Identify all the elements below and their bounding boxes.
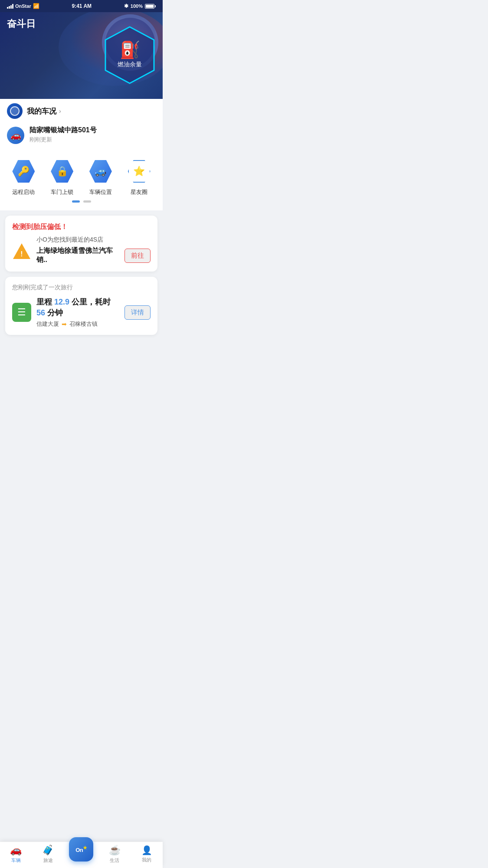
remote-start-icon: 🔑 bbox=[18, 166, 29, 177]
vehicle-status-label: 我的车况 bbox=[27, 106, 56, 116]
trip-body: ☰ 里程 12.9 公里，耗时 56 分钟 信建大厦 ➡ 召稼楼古镇 详情 bbox=[12, 297, 151, 328]
action-door-lock-label: 车门上锁 bbox=[51, 188, 73, 196]
door-lock-icon: 🔒 bbox=[56, 166, 68, 177]
dot-1 bbox=[72, 200, 80, 203]
distance-prefix: 里程 bbox=[36, 298, 54, 306]
action-remote-start[interactable]: 🔑 远程启动 bbox=[8, 159, 39, 196]
trip-detail-button[interactable]: 详情 bbox=[124, 305, 151, 320]
alert-sub-text: 小O为您找到最近的4S店 bbox=[36, 236, 151, 244]
alert-shop-row: 上海绿地徐通雪佛兰汽车销.. 前往 bbox=[36, 246, 151, 265]
vehicle-location-icon: 🚙 bbox=[95, 166, 106, 177]
battery-percent: 100% bbox=[131, 3, 143, 9]
car-icon: 🚗 bbox=[10, 130, 21, 141]
action-star-circle[interactable]: ⭐ 星友圈 bbox=[124, 159, 154, 196]
trip-text-block: 里程 12.9 公里，耗时 56 分钟 信建大厦 ➡ 召稼楼古镇 bbox=[36, 297, 119, 328]
hero-header: ⛽ 燃油余量 奋斗日 bbox=[0, 12, 163, 99]
alert-body: ! 小O为您找到最近的4S店 上海绿地徐通雪佛兰汽车销.. 前往 bbox=[12, 236, 151, 265]
chevron-right-icon: › bbox=[59, 108, 61, 115]
status-right: ✱ 100% bbox=[124, 3, 156, 9]
alert-shop-name: 上海绿地徐通雪佛兰汽车销.. bbox=[36, 246, 121, 265]
trip-stats: 里程 12.9 公里，耗时 56 分钟 bbox=[36, 297, 119, 318]
alert-title: 检测到胎压偏低！ bbox=[12, 223, 151, 232]
star-circle-icon: ⭐ bbox=[133, 166, 145, 177]
status-bar: OnStar 📶 9:41 AM ✱ 100% bbox=[0, 0, 163, 12]
location-row: 🚗 陆家嘴银城中路501号 刚刚更新 bbox=[0, 121, 163, 150]
trip-to: 召稼楼古镇 bbox=[69, 320, 98, 328]
signal-icon bbox=[7, 3, 13, 9]
fuel-pump-icon: ⛽ bbox=[120, 42, 140, 58]
trip-from: 信建大厦 bbox=[36, 320, 59, 328]
trip-header: 您刚刚完成了一次旅行 bbox=[12, 284, 151, 292]
quick-actions-row: 🔑 远程启动 🔒 车门上锁 🚙 车辆位置 bbox=[0, 159, 163, 196]
action-door-lock[interactable]: 🔒 车门上锁 bbox=[47, 159, 77, 196]
alert-card: 检测到胎压偏低！ ! 小O为您找到最近的4S店 上海绿地徐通雪佛兰汽车销.. 前… bbox=[5, 216, 157, 272]
location-update-time: 刚刚更新 bbox=[29, 136, 97, 144]
vehicle-status-row[interactable]: 我的车况 › bbox=[27, 106, 61, 116]
battery-icon bbox=[145, 4, 156, 9]
trip-icon: ☰ bbox=[12, 303, 31, 322]
vehicle-status-section[interactable]: 我的车况 › bbox=[0, 99, 163, 121]
dot-2 bbox=[83, 200, 91, 203]
cards-section: 检测到胎压偏低！ ! 小O为您找到最近的4S店 上海绿地徐通雪佛兰汽车销.. 前… bbox=[0, 210, 163, 340]
trip-duration-val: 56 bbox=[36, 308, 45, 317]
pagination-dots bbox=[0, 196, 163, 204]
trip-card: 您刚刚完成了一次旅行 ☰ 里程 12.9 公里，耗时 56 分钟 信建大厦 ➡ … bbox=[5, 277, 157, 335]
action-remote-start-label: 远程启动 bbox=[12, 188, 35, 196]
trip-route: 信建大厦 ➡ 召稼楼古镇 bbox=[36, 320, 119, 328]
location-address: 陆家嘴银城中路501号 bbox=[29, 126, 97, 135]
action-vehicle-location-label: 车辆位置 bbox=[89, 188, 112, 196]
buick-logo-icon bbox=[7, 103, 23, 119]
carrier-label: OnStar bbox=[15, 3, 31, 9]
location-block: 陆家嘴银城中路501号 刚刚更新 bbox=[29, 126, 97, 144]
alert-goto-button[interactable]: 前往 bbox=[124, 249, 151, 263]
trip-icon-symbol: ☰ bbox=[17, 307, 26, 318]
quick-actions-section: 🔑 远程启动 🔒 车门上锁 🚙 车辆位置 bbox=[0, 150, 163, 210]
page-title: 奋斗日 bbox=[7, 17, 36, 30]
wifi-icon: 📶 bbox=[33, 3, 39, 9]
alert-text-block: 小O为您找到最近的4S店 上海绿地徐通雪佛兰汽车销.. 前往 bbox=[36, 236, 151, 265]
trip-distance-val: 12.9 bbox=[54, 298, 69, 306]
action-vehicle-location[interactable]: 🚙 车辆位置 bbox=[85, 159, 116, 196]
action-star-circle-label: 星友圈 bbox=[131, 188, 147, 196]
bluetooth-icon: ✱ bbox=[124, 3, 128, 9]
time-label: 9:41 AM bbox=[72, 3, 92, 9]
status-left: OnStar 📶 bbox=[7, 3, 39, 9]
warning-icon: ! bbox=[12, 241, 31, 260]
trip-arrow-icon: ➡ bbox=[62, 321, 67, 328]
fuel-widget[interactable]: ⛽ 燃油余量 bbox=[104, 25, 156, 85]
location-icon: 🚗 bbox=[7, 127, 24, 144]
fuel-label: 燃油余量 bbox=[118, 61, 142, 69]
